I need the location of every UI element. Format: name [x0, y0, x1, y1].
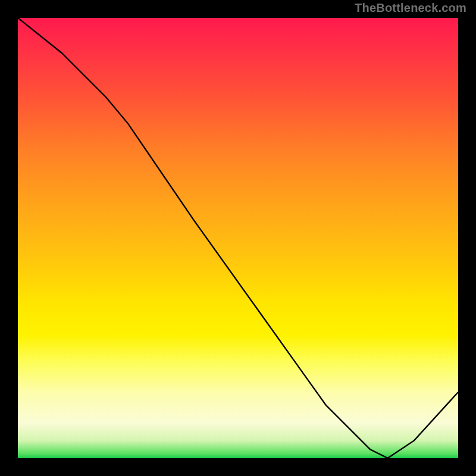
plot-area: [18, 18, 458, 458]
curve-line: [18, 18, 458, 458]
curve-layer: [18, 18, 458, 458]
chart-root: TheBottleneck.com: [0, 0, 476, 476]
attribution-label: TheBottleneck.com: [355, 1, 466, 15]
